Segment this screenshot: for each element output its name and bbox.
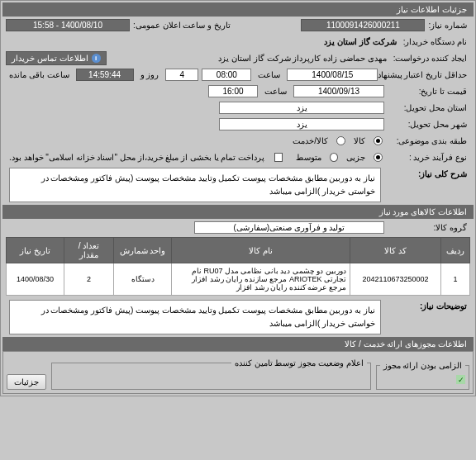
datetime-label: تاریخ و ساعت اعلان عمومی:: [130, 21, 234, 30]
days-value: 4: [165, 69, 198, 81]
quote-time: 16:00: [208, 85, 258, 97]
buyer-value: شرکت گاز استان یزد: [321, 37, 399, 46]
creator-value: مهدی حماضی زاده کارپرداز شرکت گاز استان …: [215, 54, 389, 63]
provider-required-fieldset: الزامی بودن ارائه مجوز ✓: [376, 361, 469, 391]
provider-status-fieldset: اعلام وضعیت مجوز توسط تامین کننده: [51, 358, 371, 390]
col-date: تاریخ نیاز: [7, 238, 64, 263]
creator-label: ایجاد کننده درخواست:: [390, 54, 470, 63]
payment-treasury-checkbox[interactable]: [274, 153, 283, 162]
pt2-label: متوسط: [293, 153, 325, 162]
info-icon: i: [92, 54, 101, 63]
details-button[interactable]: جزئیات: [7, 374, 46, 390]
section-header-need: جزئیات اطلاعات نیاز: [2, 2, 474, 17]
datetime-value: 1400/08/10 - 15:58: [6, 19, 130, 31]
col-row: ردیف: [441, 238, 470, 263]
remain-time: 14:59:44: [76, 69, 134, 81]
provider-required-legend: الزامی بودن ارائه مجوز: [380, 361, 465, 370]
section-header-licenses: اطلاعات مجوزهای ارائه خدمت / کالا: [2, 337, 474, 351]
table-row[interactable]: 1 2042110673250002 دوربین دو چشمی دید با…: [7, 263, 470, 296]
contact-buyer-button[interactable]: i اطلاعات تماس خریدار: [6, 51, 107, 65]
notes-label: توضیحات نیاز:: [388, 298, 470, 311]
col-qty: تعداد / مقدار: [64, 238, 114, 263]
check-icon: ✓: [456, 375, 465, 384]
days-label: روز و: [137, 70, 163, 79]
category-label: طبقه بندی موضوعی:: [388, 136, 470, 145]
summary-label: شرح کلی نیاز:: [388, 166, 470, 178]
cell-name: دوربین دو چشمی دید بانی نظامی مدل RU07 ن…: [172, 263, 350, 296]
radio-medium[interactable]: [330, 153, 338, 162]
section-header-items: اطلاعات کالاهای مورد نیاز: [2, 205, 474, 219]
radio-minor[interactable]: [374, 153, 383, 162]
cell-qty: 2: [64, 263, 114, 296]
summary-text: نیاز به دوربین مطابق مشخصات پیوست تکمیل …: [9, 168, 381, 202]
deadline-time: 08:00: [202, 69, 251, 81]
buyer-label: نام دستگاه خریدار:: [400, 37, 470, 46]
deadline-date: 1400/08/15: [287, 69, 378, 81]
pt1-label: جزیی: [343, 153, 369, 162]
cell-date: 1400/08/30: [7, 263, 64, 296]
quote-time-label: ساعت: [261, 87, 290, 96]
city-label: شهر محل تحویل:: [388, 120, 470, 129]
cat1-label: کالا: [350, 136, 369, 145]
cell-code: 2042110673250002: [350, 263, 441, 296]
notes-text: نیاز به دوربین مطابق مشخصات پیوست تکمیل …: [9, 300, 381, 334]
city-value: یزد: [219, 118, 384, 130]
cell-unit: دستگاه: [114, 263, 172, 296]
group-label: گروه کالا:: [388, 223, 470, 232]
number-value: 1100091426000211: [301, 19, 425, 31]
quote-until-label: قیمت تا تاریخ:: [388, 87, 470, 96]
contact-buyer-label: اطلاعات تماس خریدار: [12, 54, 88, 63]
col-name: نام کالا: [172, 238, 350, 263]
items-table: ردیف کد کالا نام کالا واحد شمارش تعداد /…: [6, 237, 470, 296]
deadline-time-label: ساعت: [255, 70, 283, 79]
col-unit: واحد شمارش: [114, 238, 172, 263]
payment-cb-label: پرداخت تمام یا بخشی از مبلغ خرید،از محل …: [6, 153, 268, 162]
provider-status-legend: اعلام وضعیت مجوز توسط تامین کننده: [231, 358, 367, 368]
col-code: کد کالا: [350, 238, 441, 263]
radio-goods[interactable]: [374, 136, 383, 145]
quote-date: 1400/09/13: [293, 85, 384, 97]
cat2-label: کالا/خدمت: [289, 136, 331, 145]
province-value: یزد: [219, 102, 384, 114]
number-label: شماره نیاز:: [425, 21, 470, 30]
cell-row: 1: [441, 263, 470, 296]
group-value: تولید و فرآوری صنعتی(سفارشی): [194, 221, 384, 234]
purchase-type-label: نوع فرآیند خرید :: [388, 153, 470, 162]
deadline-label: حداقل تاریخ اعتبار پیشنهاد:: [381, 70, 470, 79]
remain-label: ساعت باقی مانده: [6, 70, 73, 79]
radio-goods-service[interactable]: [336, 136, 345, 145]
province-label: استان محل تحویل:: [388, 103, 470, 112]
